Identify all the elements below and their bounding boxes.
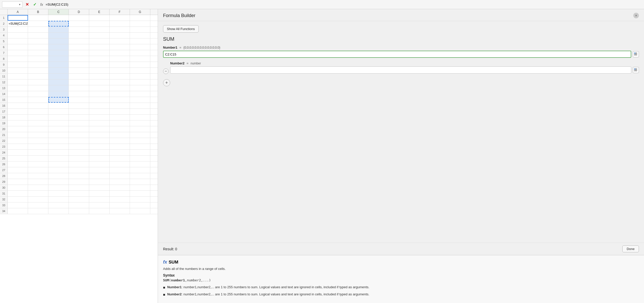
grid-cell-f1[interactable] bbox=[110, 15, 130, 21]
col-header-a[interactable]: A bbox=[8, 9, 28, 15]
table-row: 7 bbox=[0, 50, 158, 56]
table-row: 31 bbox=[0, 191, 158, 197]
grid-cell-g1[interactable] bbox=[130, 15, 150, 21]
grid-cell-e2[interactable] bbox=[89, 21, 110, 26]
remove-param-button[interactable]: − bbox=[163, 68, 169, 74]
grid-cell-c1[interactable] bbox=[48, 15, 69, 21]
svg-rect-3 bbox=[636, 54, 637, 55]
grid-body: 1 2 =SUM(C2:C15) bbox=[0, 15, 158, 303]
grid-cell-g3[interactable] bbox=[130, 27, 150, 32]
grid-cell-g4[interactable] bbox=[130, 33, 150, 38]
param-input-number1[interactable] bbox=[163, 51, 631, 58]
grid-cell-c4[interactable] bbox=[48, 33, 69, 38]
grid-select-icon-number2 bbox=[634, 68, 638, 72]
table-row: 4 bbox=[0, 33, 158, 38]
col-headers: A B C D E F G bbox=[0, 9, 158, 15]
cancel-button[interactable]: ✕ bbox=[24, 2, 30, 8]
syntax-code: SUM(number1,number2,...) bbox=[163, 278, 639, 282]
formula-input[interactable] bbox=[46, 2, 642, 8]
show-all-functions-button[interactable]: Show All Functions bbox=[163, 25, 199, 33]
done-button[interactable]: Done bbox=[622, 245, 639, 252]
grid-cell-a3[interactable] bbox=[8, 27, 28, 32]
help-bullet-1: ■ Number1: number1,number2,... are 1 to … bbox=[163, 285, 639, 290]
grid-cell-f2[interactable] bbox=[110, 21, 130, 26]
grid-cell-b1[interactable] bbox=[28, 15, 48, 21]
confirm-button[interactable]: ✓ bbox=[32, 2, 38, 8]
grid-cell-d2[interactable] bbox=[69, 21, 89, 26]
table-row: 15 bbox=[0, 97, 158, 103]
table-row: 8 bbox=[0, 56, 158, 62]
table-row: 22 bbox=[0, 138, 158, 144]
param-eq-number2: = bbox=[186, 61, 189, 65]
col-header-d[interactable]: D bbox=[69, 9, 89, 15]
grid-select-icon-number1 bbox=[634, 52, 638, 56]
grid-select-button-number2[interactable] bbox=[633, 67, 639, 73]
close-button[interactable]: × bbox=[633, 13, 639, 18]
grid-cell-b2[interactable] bbox=[28, 21, 48, 26]
spreadsheet: A B C D E F G 1 2 =SUM(C2: bbox=[0, 9, 158, 303]
table-row: 9 bbox=[0, 62, 158, 68]
col-header-e[interactable]: E bbox=[89, 9, 110, 15]
table-row: 14 bbox=[0, 91, 158, 97]
table-row: 5 bbox=[0, 38, 158, 44]
param-value-number1: {0;0;0;0;0;0;0;0;0;0;0;0;0;0} bbox=[183, 46, 220, 49]
table-row: 17 bbox=[0, 109, 158, 115]
grid-cell-e4[interactable] bbox=[89, 33, 110, 38]
cell-name-arrow[interactable]: ▼ bbox=[19, 3, 21, 6]
table-row: 16 bbox=[0, 103, 158, 109]
grid-cell-f3[interactable] bbox=[110, 27, 130, 32]
col-header-g[interactable]: G bbox=[130, 9, 150, 15]
formula-builder-content: Show All Functions SUM Number1 = {0;0;0;… bbox=[158, 21, 644, 243]
table-row: 34 bbox=[0, 208, 158, 214]
table-row: 19 bbox=[0, 120, 158, 126]
help-description: Adds all of the numbers in a range of ce… bbox=[163, 267, 639, 271]
svg-rect-4 bbox=[634, 68, 635, 70]
grid-cell-c3[interactable] bbox=[48, 27, 69, 32]
grid-cell-a1[interactable] bbox=[8, 15, 28, 21]
row-header-2: 2 bbox=[0, 21, 8, 26]
grid-cell-g2[interactable] bbox=[130, 21, 150, 26]
grid-cell-d1[interactable] bbox=[69, 15, 89, 21]
grid-cell-e3[interactable] bbox=[89, 27, 110, 32]
help-bullet-2: ■ Number2: number1,number2,... are 1 to … bbox=[163, 292, 639, 297]
cell-name-box[interactable]: SUM ▼ bbox=[2, 2, 22, 8]
param-label-number1: Number1 bbox=[163, 46, 177, 49]
formula-bar: SUM ▼ ✕ ✓ fx bbox=[0, 0, 644, 9]
add-param-button[interactable]: + bbox=[163, 79, 170, 86]
table-row: 12 bbox=[0, 79, 158, 85]
table-row: 3 bbox=[0, 27, 158, 33]
grid-cell-b4[interactable] bbox=[28, 33, 48, 38]
col-header-f[interactable]: F bbox=[110, 9, 130, 15]
grid-cell-f4[interactable] bbox=[110, 33, 130, 38]
row-header-5: 5 bbox=[0, 38, 8, 44]
table-row: 27 bbox=[0, 167, 158, 173]
grid-cell-d3[interactable] bbox=[69, 27, 89, 32]
table-row: 28 bbox=[0, 173, 158, 179]
table-row: 25 bbox=[0, 156, 158, 161]
table-row: 33 bbox=[0, 202, 158, 208]
param-value-number2: number bbox=[191, 62, 201, 65]
col-header-b[interactable]: B bbox=[28, 9, 48, 15]
svg-rect-0 bbox=[634, 53, 635, 54]
grid-select-button-number1[interactable] bbox=[633, 51, 639, 57]
table-row: 30 bbox=[0, 185, 158, 191]
result-bar: Result: 0 Done bbox=[158, 243, 644, 255]
table-row: 2 =SUM(C2:C15) bbox=[0, 21, 158, 27]
param-row-number2-container: − Number2 = number bbox=[163, 61, 639, 77]
table-row: 29 bbox=[0, 179, 158, 185]
param-label-number2: Number2 bbox=[170, 61, 184, 65]
function-name-label: SUM bbox=[163, 36, 639, 42]
grid-cell-d4[interactable] bbox=[69, 33, 89, 38]
fx-icon: fx bbox=[39, 3, 44, 7]
grid-cell-b3[interactable] bbox=[28, 27, 48, 32]
formula-builder-panel: Formula Builder × Show All Functions SUM… bbox=[158, 9, 644, 303]
grid-cell-c2[interactable] bbox=[48, 21, 69, 26]
grid-cell-a2[interactable]: =SUM(C2:C15) bbox=[8, 21, 28, 26]
table-row: 13 bbox=[0, 85, 158, 91]
table-row: 1 bbox=[0, 15, 158, 21]
cell-name-input[interactable]: SUM bbox=[3, 3, 19, 6]
grid-cell-a4[interactable] bbox=[8, 33, 28, 38]
col-header-c[interactable]: C bbox=[48, 9, 69, 15]
param-input-number2[interactable] bbox=[170, 66, 631, 74]
grid-cell-e1[interactable] bbox=[89, 15, 110, 21]
